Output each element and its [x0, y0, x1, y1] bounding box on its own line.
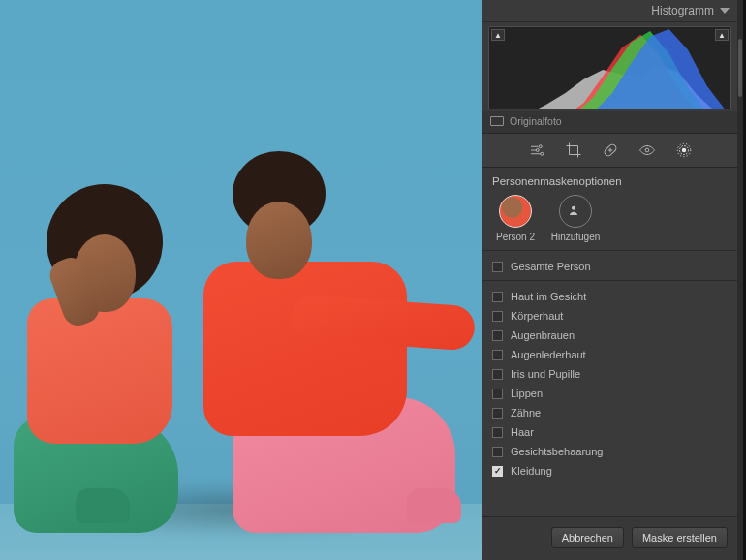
- histogram-header[interactable]: Histogramm: [482, 0, 737, 22]
- checkbox[interactable]: [492, 292, 503, 302]
- mask-options: Personenmaskenoptionen Person 2 Hinzufüg…: [482, 168, 737, 516]
- histogram[interactable]: ▲ ▲: [488, 26, 731, 109]
- scrollbar-rail[interactable]: [737, 0, 743, 560]
- check-label: Gesamte Person: [511, 261, 591, 272]
- mask-options-title: Personenmaskenoptionen: [492, 175, 728, 187]
- divider: [482, 280, 737, 281]
- check-part[interactable]: Körperhaut: [492, 306, 728, 326]
- svg-point-0: [539, 145, 542, 148]
- check-label: Zähne: [511, 407, 541, 419]
- check-part[interactable]: Augenlederhaut: [492, 345, 728, 364]
- checkbox[interactable]: [492, 466, 503, 477]
- checkbox[interactable]: [492, 408, 503, 419]
- check-label: Lippen: [511, 388, 543, 399]
- check-part[interactable]: Gesichtsbehaarung: [492, 442, 728, 461]
- collapse-icon: [720, 8, 730, 14]
- image-canvas[interactable]: [0, 0, 482, 560]
- person-2-col: Person 2: [492, 195, 539, 242]
- check-part[interactable]: Augenbrauen: [492, 326, 728, 345]
- check-label: Kleidung: [511, 465, 552, 477]
- person-2-avatar[interactable]: [499, 195, 532, 228]
- original-photo-icon: [490, 116, 504, 126]
- original-photo-row[interactable]: Originalfoto: [482, 111, 737, 134]
- check-part[interactable]: Kleidung: [492, 461, 728, 481]
- histogram-title: Histogramm: [651, 4, 714, 17]
- add-person-col: Hinzufügen: [552, 195, 599, 242]
- right-panel: Histogramm ▲ ▲ Originalfoto: [482, 0, 737, 560]
- check-part[interactable]: Haar: [492, 422, 728, 442]
- check-label: Haut im Gesicht: [511, 291, 586, 302]
- checkbox[interactable]: [492, 369, 503, 380]
- svg-point-1: [536, 149, 539, 152]
- divider: [482, 250, 737, 251]
- sliders-icon[interactable]: [528, 141, 545, 159]
- check-label: Augenbrauen: [511, 329, 575, 341]
- person-selector: Person 2 Hinzufügen: [492, 195, 728, 242]
- checkbox[interactable]: [492, 389, 503, 399]
- histogram-svg: [489, 27, 730, 109]
- tool-strip: [482, 134, 737, 168]
- check-part[interactable]: Haut im Gesicht: [492, 287, 728, 306]
- scrollbar-thumb[interactable]: [738, 39, 742, 97]
- checkbox[interactable]: [492, 447, 503, 457]
- app-root: Histogramm ▲ ▲ Originalfoto: [0, 0, 746, 560]
- check-label: Haar: [511, 426, 534, 438]
- check-part[interactable]: Lippen: [492, 384, 728, 403]
- check-label: Gesichtsbehaarung: [511, 446, 603, 457]
- person-2-label: Person 2: [496, 232, 535, 242]
- checkbox[interactable]: [492, 427, 503, 438]
- redeye-icon[interactable]: [638, 141, 656, 159]
- create-mask-button[interactable]: Maske erstellen: [632, 527, 728, 548]
- checkbox[interactable]: [492, 350, 503, 360]
- svg-point-2: [540, 152, 543, 155]
- check-whole-person[interactable]: Gesamte Person: [492, 257, 728, 276]
- footer: Abbrechen Maske erstellen: [482, 516, 737, 560]
- check-label: Iris und Pupille: [511, 368, 580, 380]
- svg-point-5: [681, 148, 686, 153]
- add-person-label: Hinzufügen: [551, 232, 601, 242]
- add-person-button[interactable]: [559, 195, 592, 228]
- check-part[interactable]: Zähne: [492, 403, 728, 422]
- radial-mask-icon[interactable]: [675, 141, 693, 159]
- check-label: Augenlederhaut: [511, 349, 586, 360]
- subject-person-2: [174, 155, 482, 523]
- cancel-button[interactable]: Abbrechen: [551, 527, 624, 548]
- check-part[interactable]: Iris und Pupille: [492, 364, 728, 384]
- heal-icon[interactable]: [602, 141, 619, 159]
- crop-icon[interactable]: [565, 141, 582, 159]
- parts-list: Haut im GesichtKörperhautAugenbrauenAuge…: [492, 287, 728, 481]
- checkbox[interactable]: [492, 330, 503, 341]
- checkbox[interactable]: [492, 262, 503, 272]
- check-label: Körperhaut: [511, 310, 563, 322]
- original-photo-label: Originalfoto: [510, 115, 562, 127]
- checkbox[interactable]: [492, 311, 503, 322]
- svg-point-4: [645, 148, 649, 152]
